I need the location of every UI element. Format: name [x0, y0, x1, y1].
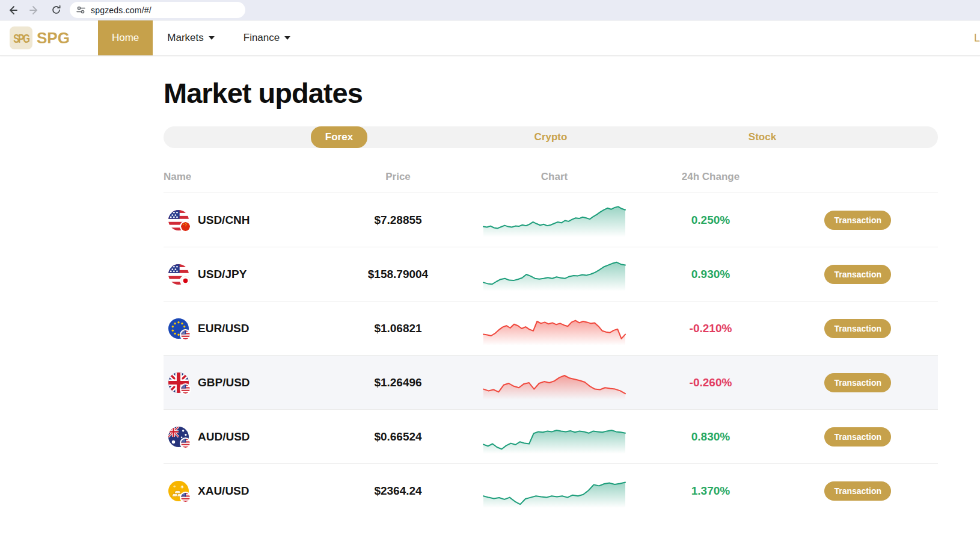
market-table-body: USD/CNH $7.28855 0.250% Transaction USD/… — [164, 193, 938, 518]
refresh-button[interactable] — [47, 2, 65, 19]
pair-price: $158.79004 — [314, 268, 482, 281]
nav-item-home[interactable]: Home — [98, 20, 153, 55]
site-settings-icon[interactable] — [76, 5, 86, 15]
column-header-name: Name — [164, 171, 314, 183]
sparkline-chart — [482, 258, 626, 291]
login-link[interactable]: Lo — [974, 20, 980, 55]
pair-name-cell: USD/CNH — [164, 210, 314, 230]
table-header-row: Name Price Chart 24h Change — [164, 171, 938, 193]
sub-currency-flag-icon — [180, 275, 191, 286]
logo[interactable]: SPG SPG — [0, 20, 70, 55]
chevron-down-icon — [209, 36, 215, 40]
main-nav: Home Markets Finance — [98, 20, 305, 55]
brand-name: SPG — [37, 29, 70, 48]
transaction-button[interactable]: Transaction — [824, 211, 891, 230]
nav-item-markets[interactable]: Markets — [153, 20, 228, 55]
change-percent: -0.260% — [626, 376, 795, 389]
table-row: GBP/USD $1.26496 -0.260% Transaction — [164, 355, 938, 409]
change-percent: 0.830% — [626, 430, 795, 443]
pair-name-cell: USD/JPY — [164, 264, 314, 285]
market-tabs: Forex Crypto Stock — [164, 126, 938, 148]
change-percent: -0.210% — [626, 322, 795, 335]
transaction-button[interactable]: Transaction — [824, 481, 891, 501]
url-text[interactable]: spgzeds.com/#/ — [91, 5, 152, 15]
tab-forex[interactable]: Forex — [311, 126, 367, 148]
pair-price: $7.28855 — [314, 214, 482, 227]
transaction-button[interactable]: Transaction — [824, 265, 891, 284]
change-percent: 0.930% — [626, 268, 795, 281]
sub-currency-flag-icon — [180, 437, 191, 449]
pair-name-cell: EUR/USD — [164, 318, 314, 339]
sub-currency-flag-icon — [180, 492, 191, 503]
pair-price: $1.06821 — [314, 322, 482, 335]
pair-label: USD/CNH — [198, 214, 250, 227]
page-title: Market updates — [164, 76, 938, 110]
pair-label: USD/JPY — [198, 268, 247, 281]
sub-currency-flag-icon — [180, 329, 191, 341]
us-flag-icon — [168, 264, 189, 285]
sparkline-chart — [482, 203, 626, 237]
logo-icon: SPG — [10, 26, 32, 49]
au-flag-icon — [168, 427, 189, 447]
main-content: Market updates Forex Crypto Stock Name P… — [0, 56, 980, 518]
pair-name-cell: XAU/USD — [164, 481, 314, 501]
sparkline-chart — [482, 474, 626, 508]
chevron-down-icon — [284, 36, 290, 40]
pair-label: GBP/USD — [198, 376, 250, 389]
table-row: AUD/USD $0.66524 0.830% Transaction — [164, 409, 938, 463]
pair-label: AUD/USD — [198, 430, 250, 443]
back-button[interactable] — [4, 2, 22, 19]
tab-stock[interactable]: Stock — [749, 126, 776, 148]
transaction-button[interactable]: Transaction — [824, 427, 891, 447]
browser-toolbar: spgzeds.com/#/ — [0, 0, 980, 20]
pair-label: EUR/USD — [198, 322, 250, 335]
pair-name-cell: AUD/USD — [164, 427, 314, 447]
pair-price: $2364.24 — [314, 484, 482, 498]
sparkline-chart — [482, 420, 626, 454]
back-arrow-icon — [7, 5, 18, 16]
pair-price: $0.66524 — [314, 430, 482, 443]
forward-arrow-icon — [29, 5, 40, 16]
us-flag-icon — [168, 210, 189, 230]
site-header: SPG SPG Home Markets Finance Lo — [0, 20, 980, 56]
column-header-change: 24h Change — [626, 171, 795, 183]
refresh-icon — [51, 5, 61, 15]
gb-flag-icon — [168, 372, 189, 393]
sub-currency-flag-icon — [180, 383, 191, 395]
eu-flag-icon — [168, 318, 189, 339]
sparkline-chart — [482, 366, 626, 400]
table-row: EUR/USD $1.06821 -0.210% Transaction — [164, 301, 938, 355]
forward-button[interactable] — [25, 2, 43, 19]
change-percent: 0.250% — [626, 214, 795, 227]
pair-label: XAU/USD — [198, 484, 250, 498]
sparkline-chart — [482, 312, 626, 345]
sub-currency-flag-icon — [180, 221, 191, 232]
pair-price: $1.26496 — [314, 376, 482, 389]
url-bar[interactable]: spgzeds.com/#/ — [70, 2, 245, 18]
pair-name-cell: GBP/USD — [164, 372, 314, 393]
table-row: XAU/USD $2364.24 1.370% Transaction — [164, 463, 938, 518]
table-row: USD/CNH $7.28855 0.250% Transaction — [164, 193, 938, 247]
change-percent: 1.370% — [626, 484, 795, 498]
column-header-price: Price — [314, 171, 482, 183]
xau-flag-icon — [168, 481, 189, 501]
table-row: USD/JPY $158.79004 0.930% Transaction — [164, 247, 938, 301]
tab-crypto[interactable]: Crypto — [534, 126, 568, 148]
transaction-button[interactable]: Transaction — [824, 373, 891, 392]
nav-item-finance[interactable]: Finance — [229, 20, 305, 55]
market-table: Name Price Chart 24h Change USD/CNH $7.2… — [164, 171, 938, 518]
transaction-button[interactable]: Transaction — [824, 319, 891, 338]
column-header-chart: Chart — [482, 171, 626, 183]
